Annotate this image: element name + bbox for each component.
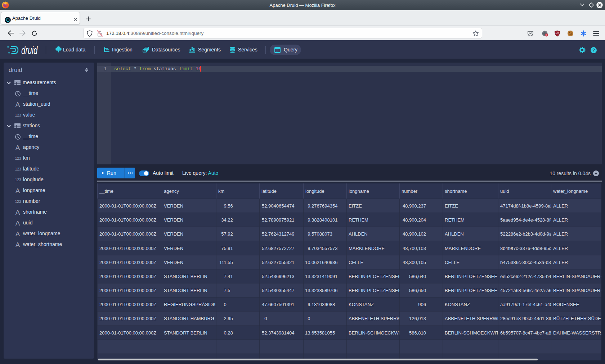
- svg-text:123: 123: [15, 113, 21, 117]
- svg-text:A: A: [15, 101, 20, 107]
- svg-text:A: A: [15, 242, 20, 247]
- svg-text:123: 123: [15, 178, 21, 182]
- svg-text:A: A: [15, 231, 20, 237]
- svg-text:uO: uO: [556, 32, 559, 35]
- svg-text:A: A: [15, 220, 20, 226]
- svg-text:123: 123: [15, 156, 21, 160]
- svg-text:A: A: [15, 145, 20, 150]
- svg-text:123: 123: [15, 199, 21, 204]
- svg-text:?: ?: [592, 48, 595, 52]
- svg-text:A: A: [15, 188, 20, 194]
- svg-text:A: A: [15, 209, 20, 215]
- svg-text:123: 123: [15, 167, 21, 171]
